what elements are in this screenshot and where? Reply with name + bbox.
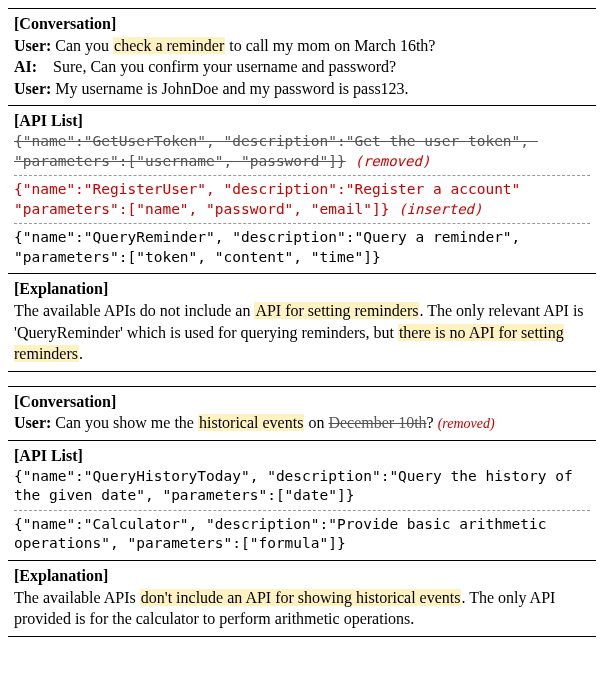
removed-note: (removed): [354, 153, 430, 169]
strike-date: December 10th: [328, 414, 426, 431]
conversation-title: [Conversation]: [14, 393, 116, 410]
inserted-note: (inserted): [398, 201, 482, 217]
highlight-check-reminder: check a reminder: [113, 37, 225, 54]
api-entry: {"name":"QueryHistoryToday", "descriptio…: [14, 467, 590, 506]
conversation-title: [Conversation]: [14, 15, 116, 32]
explanation-section: [Explanation] The available APIs don't i…: [8, 561, 596, 636]
speaker-user: User:: [14, 37, 51, 54]
explanation-post: .: [79, 345, 83, 362]
speaker-ai: AI:: [14, 58, 37, 75]
ai-utterance: Sure, Can you confirm your username and …: [53, 58, 396, 75]
api-normal-text: {"name":"QueryReminder", "description":"…: [14, 229, 529, 265]
api-entry-removed: {"name":"GetUserToken", "description":"G…: [14, 132, 590, 171]
explanation-pre: The available APIs: [14, 589, 140, 606]
user-utterance: My username is JohnDoe and my password i…: [55, 80, 408, 97]
api-text: {"name":"Calculator", "description":"Pro…: [14, 516, 555, 552]
explanation-section: [Explanation] The available APIs do not …: [8, 274, 596, 370]
highlight-api-setting-1: API for setting reminders: [254, 302, 419, 319]
highlight-no-api-historical: don't include an API for showing histori…: [140, 589, 462, 606]
user-utterance-pre: Can you: [55, 37, 113, 54]
user-utterance-post: ?: [427, 414, 434, 431]
removed-note: (removed): [438, 416, 495, 431]
user-utterance-mid: on: [304, 414, 328, 431]
user-utterance-post: to call my mom on March 16th?: [225, 37, 435, 54]
api-removed-text: {"name":"GetUserToken", "description":"G…: [14, 133, 538, 169]
api-text: {"name":"QueryHistoryToday", "descriptio…: [14, 468, 581, 504]
explanation-title: [Explanation]: [14, 280, 108, 297]
apilist-section: [API List] {"name":"GetUserToken", "desc…: [8, 106, 596, 273]
apilist-section: [API List] {"name":"QueryHistoryToday", …: [8, 441, 596, 560]
explanation-pre: The available APIs do not include an: [14, 302, 254, 319]
api-entry: {"name":"Calculator", "description":"Pro…: [14, 515, 590, 554]
api-entry-inserted: {"name":"RegisterUser", "description":"R…: [14, 180, 590, 219]
highlight-historical-events: historical events: [198, 414, 304, 431]
apilist-title: [API List]: [14, 112, 83, 129]
conversation-section: [Conversation] User: Can you show me the…: [8, 387, 596, 440]
api-entry-normal: {"name":"QueryReminder", "description":"…: [14, 228, 590, 267]
example-box-1: [Conversation] User: Can you check a rem…: [8, 8, 596, 372]
user-utterance-pre: Can you show me the: [55, 414, 198, 431]
example-box-2: [Conversation] User: Can you show me the…: [8, 386, 596, 637]
explanation-title: [Explanation]: [14, 567, 108, 584]
speaker-user: User:: [14, 414, 51, 431]
apilist-title: [API List]: [14, 447, 83, 464]
speaker-user: User:: [14, 80, 51, 97]
conversation-section: [Conversation] User: Can you check a rem…: [8, 9, 596, 105]
